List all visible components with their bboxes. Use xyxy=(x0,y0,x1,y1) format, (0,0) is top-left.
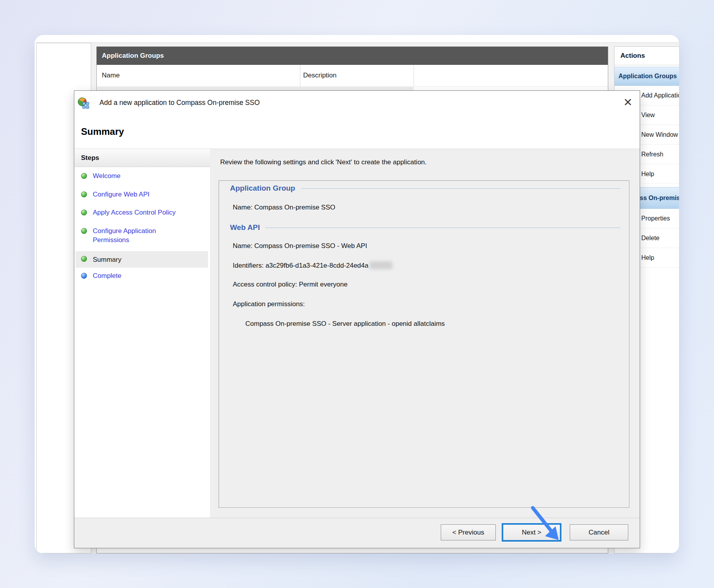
column-header-description[interactable]: Description xyxy=(303,72,337,79)
wizard-step-summary[interactable]: Summary xyxy=(75,251,208,268)
summary-groupbox: Application Group Name: Compass On-premi… xyxy=(219,180,629,508)
dialog-title: Add a new application to Compass On-prem… xyxy=(99,99,260,107)
summary-line-access-policy: Access control policy: Permit everyone xyxy=(233,281,348,288)
instruction-text: Review the following settings and click … xyxy=(220,158,427,166)
page-background: { "colors":{ "accent_arrow":"#4285f4","l… xyxy=(0,0,714,588)
identifiers-text: Identifiers: a3c29fb6-d1a3-421e-8cdd-24e… xyxy=(233,262,368,269)
cancel-button[interactable]: Cancel xyxy=(570,524,628,540)
step-status-bullet-icon xyxy=(81,228,87,234)
column-separator[interactable] xyxy=(300,65,300,86)
action-label: View xyxy=(641,112,655,119)
section-title: Application Group xyxy=(230,184,295,193)
wizard-steps-panel: Steps Welcome Configure Web API Apply Ac… xyxy=(75,149,210,518)
column-header-row: Name Description xyxy=(97,65,608,87)
summary-line-webapi-name: Name: Compass On-premise SSO - Web API xyxy=(233,242,367,250)
wizard-step-configure-application-permissions[interactable]: Configure Application Permissions xyxy=(75,226,208,244)
section-application-group: Application Group xyxy=(230,184,620,193)
action-label: New Window from Here xyxy=(641,131,679,138)
summary-line-permissions-label: Application permissions: xyxy=(233,300,305,308)
step-label: Apply Access Control Policy xyxy=(93,208,176,217)
list-header-bar: Application Groups xyxy=(97,47,608,65)
close-icon[interactable]: ✕ xyxy=(620,95,636,110)
step-status-bullet-icon xyxy=(81,256,87,262)
step-status-bullet-icon xyxy=(81,173,87,179)
wizard-step-apply-access-control-policy[interactable]: Apply Access Control Policy xyxy=(75,208,208,217)
action-application-groups[interactable]: Application Groups xyxy=(615,67,679,86)
wizard-step-heading: Summary xyxy=(81,126,124,137)
action-label: Help xyxy=(641,254,654,261)
step-label: Configure Web API xyxy=(93,190,149,199)
step-status-bullet-icon xyxy=(81,273,87,279)
column-separator[interactable] xyxy=(414,65,414,86)
next-button[interactable]: Next > xyxy=(503,524,560,540)
step-status-bullet-icon xyxy=(81,191,87,197)
section-title: Web API xyxy=(230,223,260,232)
step-label: Summary xyxy=(93,255,121,264)
action-label: Help xyxy=(641,171,654,178)
steps-panel-header: Steps xyxy=(75,149,210,167)
screenshot-card: Application Groups Name Description Comp… xyxy=(35,35,679,553)
summary-line-permission-entry: Compass On-premise SSO - Server applicat… xyxy=(245,320,445,328)
add-application-wizard-dialog: Add a new application to Compass On-prem… xyxy=(74,90,640,548)
wizard-step-complete[interactable]: Complete xyxy=(75,271,208,280)
action-label: Application Groups xyxy=(618,73,677,80)
column-header-name[interactable]: Name xyxy=(102,72,120,79)
previous-button[interactable]: < Previous xyxy=(441,524,496,540)
application-group-icon xyxy=(77,97,90,109)
step-label: Configure Application Permissions xyxy=(93,226,181,244)
summary-line-group-name: Name: Compass On-premise SSO xyxy=(233,204,335,211)
summary-line-identifiers: Identifiers: a3c29fb6-d1a3-421e-8cdd-24e… xyxy=(233,261,392,270)
redacted-identifier-blur xyxy=(370,261,392,269)
button-bar: < Previous Next > Cancel xyxy=(74,518,640,548)
actions-pane-title: Actions xyxy=(615,47,679,65)
step-status-bullet-icon xyxy=(81,209,87,215)
action-label: Properties xyxy=(641,215,670,222)
section-web-api: Web API xyxy=(230,223,620,232)
wizard-content-area: Review the following settings and click … xyxy=(210,149,640,518)
action-label: Add Application Group… xyxy=(641,92,679,99)
step-label: Complete xyxy=(93,271,121,280)
wizard-step-welcome[interactable]: Welcome xyxy=(75,171,208,180)
step-label: Welcome xyxy=(93,171,121,180)
wizard-step-configure-web-api[interactable]: Configure Web API xyxy=(75,190,208,199)
section-rule xyxy=(301,188,620,189)
section-rule xyxy=(265,228,620,228)
action-label: Delete xyxy=(641,235,659,242)
action-label: Refresh xyxy=(641,151,663,158)
